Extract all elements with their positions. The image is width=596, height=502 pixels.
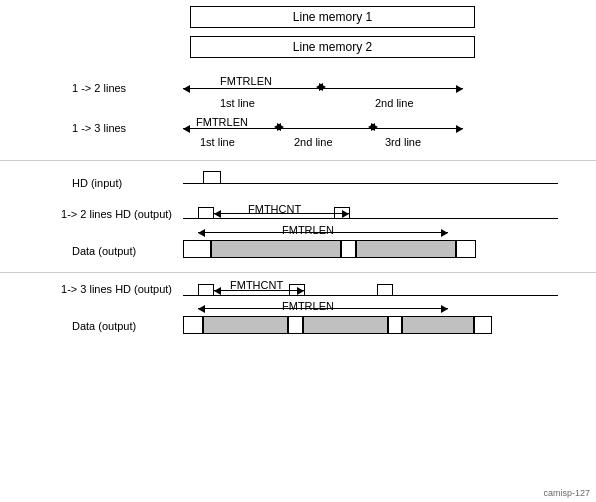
fmtrlen-label-1to2: FMTRLEN [220, 75, 272, 87]
hd-output-1to3-label: 1-> 3 lines HD (output) [2, 283, 172, 295]
data-box-white-2-1to3 [288, 316, 303, 334]
data-box-gray-2-1to3 [303, 316, 388, 334]
fmtrlen-data-arrow-left-1to3 [198, 305, 205, 313]
arrow-right-1to2 [456, 85, 463, 93]
second-line-label-1to2: 2nd line [375, 97, 414, 109]
data-box-gray-3-1to3 [402, 316, 474, 334]
hd-input-pulse [203, 171, 221, 183]
data-box-white-3-1to2 [456, 240, 476, 258]
line-memory-2-label: Line memory 2 [293, 40, 372, 54]
second-line-label-1to3: 2nd line [294, 136, 333, 148]
fmtrlen-data-label-1to3: FMTRLEN [282, 300, 334, 312]
fmthcnt-arrow-right [342, 210, 349, 218]
fmtrlen-data-label-1to2: FMTRLEN [282, 224, 334, 236]
watermark: camisp-127 [543, 488, 590, 498]
data-box-gray-1-1to2 [211, 240, 341, 258]
first-line-label-1to3: 1st line [200, 136, 235, 148]
hd-input-line [183, 183, 558, 184]
fmtrlen-data-arrow-right-1to3 [441, 305, 448, 313]
arrow-left-1to2 [183, 85, 190, 93]
data-box-white-1-1to2 [183, 240, 211, 258]
fmtrlen-data-arrow-right-1to2 [441, 229, 448, 237]
arrow-left-1to3 [183, 125, 190, 133]
third-line-label-1to3: 3rd line [385, 136, 421, 148]
fmthcnt-arrow-right-1to3 [297, 287, 304, 295]
mid2-arrow-right-1to3 [371, 123, 378, 131]
fmthcnt-arrow-left-1to3 [214, 287, 221, 295]
fmthcnt-label-1to2: FMTHCNT [248, 203, 301, 215]
data-box-white-1-1to3 [183, 316, 203, 334]
data-box-white-3-1to3 [388, 316, 402, 334]
label-1to3lines: 1 -> 3 lines [72, 122, 126, 134]
mid-arrow-right-1to2 [319, 83, 326, 91]
hd-output-1to3-pulse1 [198, 284, 214, 295]
data-box-white-4-1to3 [474, 316, 492, 334]
divider-1 [0, 160, 596, 161]
hd-output-1to2-label: 1-> 2 lines HD (output) [2, 208, 172, 220]
data-box-gray-2-1to2 [356, 240, 456, 258]
hd-output-1to2-line [183, 218, 558, 219]
line-memory-1-label: Line memory 1 [293, 10, 372, 24]
mid1-arrow-right-1to3 [277, 123, 284, 131]
line-memory-2-box: Line memory 2 [190, 36, 475, 58]
fmthcnt-label-1to3: FMTHCNT [230, 279, 283, 291]
hd-output-1to3-line [183, 295, 558, 296]
hd-output-1to3-pulse3 [377, 284, 393, 295]
line-memory-1-box: Line memory 1 [190, 6, 475, 28]
data-output-label-1to2: Data (output) [72, 245, 136, 257]
fmtrlen-label-1to3: FMTRLEN [196, 116, 248, 128]
divider-2 [0, 272, 596, 273]
data-box-white-2-1to2 [341, 240, 356, 258]
fmthcnt-arrow-left [214, 210, 221, 218]
fmtrlen-arrow-1to3 [183, 128, 463, 129]
data-output-label-1to3: Data (output) [72, 320, 136, 332]
first-line-label-1to2: 1st line [220, 97, 255, 109]
label-1to2lines: 1 -> 2 lines [72, 82, 126, 94]
diagram-container: Line memory 1 Line memory 2 1 -> 2 lines… [0, 0, 596, 502]
fmtrlen-data-arrow-left-1to2 [198, 229, 205, 237]
hd-input-label: HD (input) [72, 177, 122, 189]
data-box-gray-1-1to3 [203, 316, 288, 334]
arrow-right-1to3 [456, 125, 463, 133]
hd-output-1to2-pulse1 [198, 207, 214, 218]
